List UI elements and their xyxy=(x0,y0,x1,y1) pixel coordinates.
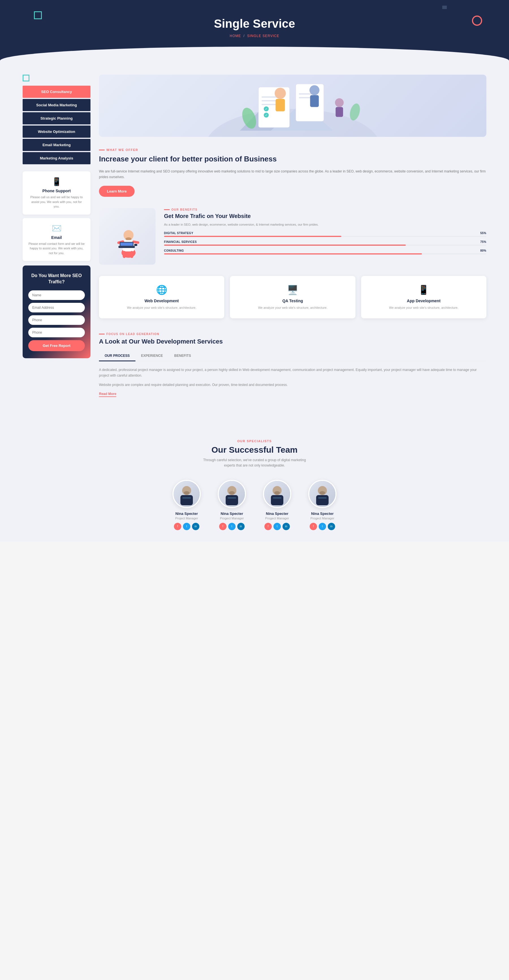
read-more-link[interactable]: Read More xyxy=(99,392,116,397)
breadcrumb-home[interactable]: HOME xyxy=(230,34,241,38)
facebook-icon-3[interactable]: f xyxy=(310,523,317,530)
service-card-text-0: We analyze your web site's structure, ar… xyxy=(105,305,219,310)
team-role-1: Progect Manager xyxy=(212,517,252,520)
phone-card-title: Phone Support xyxy=(28,189,85,193)
deco-square-1 xyxy=(34,11,42,19)
email-card-title: Email xyxy=(28,235,85,240)
nav-item-strategy[interactable]: Strategic Planning xyxy=(22,112,91,124)
svg-rect-38 xyxy=(182,497,191,498)
service-cards-container: 🌐 Web Development We analyze your web si… xyxy=(99,276,487,319)
seo-box-title: Do You Want More SEO Traffic? xyxy=(28,272,85,285)
email-card-text: Please email contact form and we will be… xyxy=(28,242,85,256)
seo-name-input[interactable] xyxy=(28,290,85,300)
email-card: ✉️ Email Please email contact form and w… xyxy=(22,218,91,261)
seo-phone2-input[interactable] xyxy=(28,328,85,337)
svg-point-43 xyxy=(229,491,235,495)
svg-point-27 xyxy=(126,237,132,240)
hero-illustration: ✓ ✓ xyxy=(99,75,487,137)
seo-email-input[interactable] xyxy=(28,303,85,312)
what-we-offer-title: Increase your client for better position… xyxy=(99,154,487,164)
nav-item-email[interactable]: Email Marketing xyxy=(22,139,91,151)
benefits-content: OUR BENEFITS Get More Trafic on Your Web… xyxy=(164,208,487,258)
svg-rect-33 xyxy=(121,243,133,246)
service-card-app-dev: 📱 App Development We analyze your web si… xyxy=(361,276,487,319)
svg-rect-49 xyxy=(316,495,329,505)
svg-point-51 xyxy=(320,491,325,495)
progress-label-2: CONSULTING xyxy=(164,249,184,252)
service-card-title-2: App Development xyxy=(367,299,481,303)
phone-icon: 📱 xyxy=(28,177,85,186)
service-card-qa: 🖥️ QA Testing We analyze your web site's… xyxy=(230,276,355,319)
progress-value-0: 55% xyxy=(480,232,487,235)
service-card-title-1: QA Testing xyxy=(235,299,350,303)
nav-item-social[interactable]: Social Media Marketing xyxy=(22,99,91,111)
progress-label-1: FINANCIAL SERVICES xyxy=(164,240,197,243)
benefits-title: Get More Trafic on Your Website xyxy=(164,213,487,220)
seo-traffic-box: Do You Want More SEO Traffic? Get Free R… xyxy=(22,266,91,358)
linkedin-icon-3[interactable]: in xyxy=(328,523,335,530)
page-title: Single Service xyxy=(6,17,503,30)
tab-experience[interactable]: EXPERIENCE xyxy=(135,351,169,361)
lead-gen-tabs: OUR PROCESS EXPERIENCE BENEFITS xyxy=(99,351,487,361)
tab-our-process[interactable]: OUR PROCESS xyxy=(99,351,135,361)
progress-track-1 xyxy=(164,245,487,246)
svg-point-39 xyxy=(184,491,189,495)
service-card-text-1: We analyze your web site's structure, ar… xyxy=(235,305,350,310)
team-title: Our Successful Team xyxy=(0,445,509,455)
benefits-text: As a leader in SEO, web design, ecommerc… xyxy=(164,222,487,228)
progress-value-1: 75% xyxy=(480,240,487,243)
nav-item-webopt[interactable]: Website Optimization xyxy=(22,126,91,138)
twitter-icon-0[interactable]: t xyxy=(183,523,190,530)
qa-icon: 🖥️ xyxy=(235,285,350,295)
linkedin-icon-2[interactable]: in xyxy=(283,523,290,530)
nav-item-seo[interactable]: SEO Consultancy xyxy=(22,86,91,98)
progress-label-0: DIGITAL STRATEGY xyxy=(164,232,193,235)
team-social-1: f t in xyxy=(212,523,252,530)
team-social-2: f t in xyxy=(257,523,297,530)
svg-rect-46 xyxy=(273,497,282,498)
phone-card-text: Please call us and we will be happy to a… xyxy=(28,195,85,209)
benefits-label: OUR BENEFITS xyxy=(164,208,487,211)
seo-submit-button[interactable]: Get Free Report xyxy=(28,340,85,351)
svg-rect-35 xyxy=(130,251,134,258)
breadcrumb: HOME / SINGLE SERVICE xyxy=(6,34,503,38)
linkedin-icon-0[interactable]: in xyxy=(192,523,199,530)
facebook-icon-2[interactable]: f xyxy=(264,523,272,530)
svg-rect-15 xyxy=(276,99,285,111)
svg-rect-34 xyxy=(123,251,126,258)
main-content: ✓ ✓ WHAT WE OFFER Increase your client f xyxy=(99,75,487,411)
team-cards-container: Nina Specter Project Manager f t in xyxy=(0,480,509,530)
lead-gen-title: A Look at Our Web Development Services xyxy=(99,338,487,345)
team-member-3: Nina Specter Progect Manager f t in xyxy=(302,480,342,530)
progress-consulting: CONSULTING 80% xyxy=(164,249,487,255)
team-member-2: Nina Specter Progect Manager f t in xyxy=(257,480,297,530)
progress-track-0 xyxy=(164,236,487,237)
progress-fill-1 xyxy=(164,245,406,246)
team-section: OUR SPECIALISTS Our Successful Team Thro… xyxy=(0,428,509,541)
team-subtitle: Through careful selection, we've curated… xyxy=(201,458,308,468)
svg-rect-41 xyxy=(226,495,238,505)
svg-rect-45 xyxy=(271,495,283,505)
svg-rect-19 xyxy=(336,107,343,117)
linkedin-icon-1[interactable]: in xyxy=(237,523,245,530)
tab-benefits[interactable]: BENEFITS xyxy=(169,351,197,361)
seo-phone1-input[interactable] xyxy=(28,315,85,325)
learn-more-button[interactable]: Learn More xyxy=(99,186,135,197)
twitter-icon-1[interactable]: t xyxy=(228,523,235,530)
main-layout: SEO Consultancy Social Media Marketing S… xyxy=(0,60,509,428)
avatar-deco-2 xyxy=(285,480,291,486)
sidebar-deco-square xyxy=(22,75,29,81)
twitter-icon-3[interactable]: t xyxy=(319,523,326,530)
facebook-icon-1[interactable]: f xyxy=(219,523,226,530)
svg-text:✓: ✓ xyxy=(265,113,267,117)
team-avatar-2 xyxy=(263,480,291,508)
facebook-icon-0[interactable]: f xyxy=(174,523,181,530)
twitter-icon-2[interactable]: t xyxy=(274,523,281,530)
team-avatar-1 xyxy=(218,480,246,508)
benefits-illustration xyxy=(99,208,156,265)
focus-label: FOCUS ON LEAD GENERATION xyxy=(99,332,487,336)
svg-rect-37 xyxy=(180,495,193,505)
nav-item-marketing[interactable]: Marketing Analysis xyxy=(22,152,91,164)
svg-rect-50 xyxy=(318,497,327,498)
team-name-2: Nina Specter xyxy=(257,511,297,516)
